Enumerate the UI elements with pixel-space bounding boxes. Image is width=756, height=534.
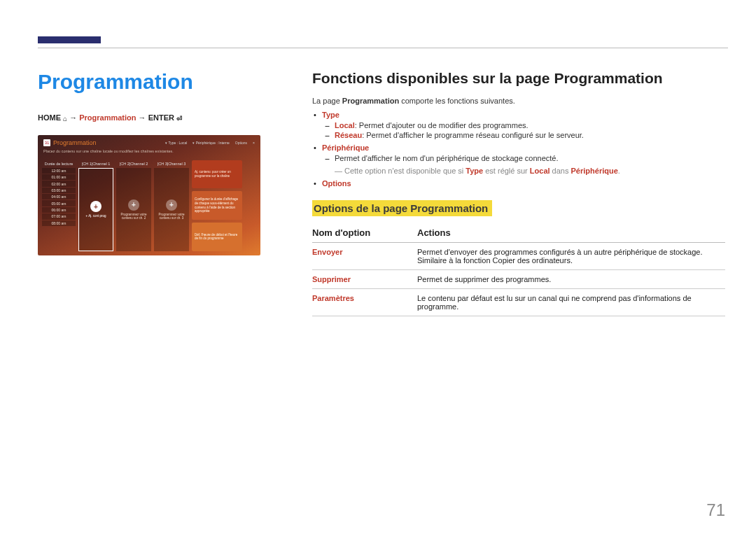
table-row: Supprimer Permet de supprimer des progra… — [312, 270, 725, 289]
ss-channel-body: + Programmez votre contenu sur ch. 3 — [154, 168, 189, 251]
opt-action: Permet de supprimer des programmes. — [417, 270, 725, 289]
right-column: Fonctions disponibles sur la page Progra… — [312, 70, 725, 316]
ss-channel-label: + Aj. cont prog — [86, 214, 106, 218]
ss-type: ▾ Type : Local — [165, 141, 187, 145]
breadcrumb-enter: ENTER — [148, 113, 174, 122]
reseau-key: Réseau — [335, 131, 362, 139]
note-post: . — [618, 167, 620, 175]
opt-name: Paramètres — [312, 289, 417, 316]
opt-action: Le contenu par défaut est lu sur un cana… — [417, 289, 725, 316]
note-k2: Local — [530, 167, 550, 175]
ss-options: Options — [235, 141, 247, 145]
ss-time-row: 04:00 am — [42, 194, 76, 199]
header-rule — [38, 48, 728, 48]
breadcrumb: HOME ⌂ → Programmation → ENTER ⏎ — [38, 113, 279, 122]
breadcrumb-arrow-2: → — [139, 113, 146, 122]
feature-periph-sub: Permet d'afficher le nom d'un périphériq… — [322, 154, 725, 162]
feature-periph-desc: Permet d'afficher le nom d'un périphériq… — [322, 154, 725, 162]
options-subheading: Options de la page Programmation — [312, 200, 492, 216]
ss-channel-head: [CH 3]Channel 3 — [158, 160, 186, 167]
feature-options: Options — [312, 179, 725, 188]
feature-type-local: Local: Permet d'ajouter ou de modifier d… — [322, 121, 725, 129]
feature-periph-label: Périphérique — [322, 143, 369, 152]
header-accent — [38, 36, 101, 43]
feature-type-sub: Local: Permet d'ajouter ou de modifier d… — [322, 121, 725, 139]
feature-type: Type Local: Permet d'ajouter ou de modif… — [312, 111, 725, 139]
ss-help-panel: Aj. contenu: pour créer un programme sur… — [192, 160, 242, 251]
breadcrumb-home: HOME — [38, 113, 61, 122]
page-number: 71 — [706, 500, 725, 520]
ss-header: 31 Programmation ▾ Type : Local ▾ Périph… — [43, 139, 255, 146]
ss-time-row: 02:00 am — [42, 181, 76, 186]
note-mid2: dans — [550, 167, 571, 175]
ss-channel-3: [CH 3]Channel 3 + Programmez votre conte… — [154, 160, 189, 251]
close-icon: × — [253, 141, 255, 145]
ss-help-1: Aj. contenu: pour créer un programme sur… — [192, 160, 242, 189]
enter-icon: ⏎ — [176, 115, 182, 122]
opt-action: Permet d'envoyer des programmes configur… — [417, 243, 725, 270]
intro-post: comporte les fonctions suivantes. — [399, 97, 515, 105]
feature-options-label: Options — [322, 179, 351, 188]
opt-name: Supprimer — [312, 270, 417, 289]
table-row: Paramètres Le contenu par défaut est lu … — [312, 289, 725, 316]
ss-time-column: Durée de lecture 12:00 am 01:00 am 02:00… — [42, 160, 76, 251]
ss-subtitle: Placez du contenu sur une chaîne locale … — [43, 149, 174, 153]
ss-body: Durée de lecture 12:00 am 01:00 am 02:00… — [42, 160, 256, 251]
ss-channel-label: Programmez votre contenu sur ch. 3 — [155, 213, 188, 220]
main-heading: Fonctions disponibles sur la page Progra… — [312, 70, 725, 87]
ss-help-2: Configurez la durée d'affichage de chaqu… — [192, 191, 242, 220]
opt-name: Envoyer — [312, 243, 417, 270]
plus-icon: + — [90, 201, 102, 212]
ss-time-row: 07:00 am — [42, 213, 76, 219]
intro-pre: La page — [312, 97, 342, 105]
feature-type-reseau: Réseau: Permet d'afficher le programme r… — [322, 131, 725, 139]
breadcrumb-item: Programmation — [79, 113, 136, 122]
ss-time-row: 06:00 am — [42, 207, 76, 213]
note-mid: est réglé sur — [483, 167, 530, 175]
ss-title: Programmation — [53, 139, 97, 146]
ss-time-row: 08:00 am — [42, 220, 76, 226]
ss-channel-head: [CH 2]Channel 2 — [120, 160, 148, 167]
plus-icon: + — [166, 199, 177, 211]
home-icon: ⌂ — [63, 115, 67, 122]
note-k3: Périphérique — [571, 167, 618, 175]
ss-device: ▾ Périphérique : Interne — [192, 141, 229, 145]
feature-list: Type Local: Permet d'ajouter ou de modif… — [312, 111, 725, 188]
th-actions: Actions — [417, 223, 725, 243]
intro-text: La page Programmation comporte les fonct… — [312, 97, 725, 105]
note-pre: Cette option n'est disponible que si — [344, 167, 465, 175]
ss-channel-label: Programmez votre contenu sur ch. 2 — [118, 213, 150, 220]
local-key: Local — [335, 121, 355, 129]
feature-periph: Périphérique Permet d'afficher le nom d'… — [312, 143, 725, 175]
note-k1: Type — [465, 167, 483, 175]
ui-screenshot: 31 Programmation ▾ Type : Local ▾ Périph… — [38, 135, 260, 255]
feature-type-label: Type — [322, 111, 340, 119]
ss-channel-2: [CH 2]Channel 2 + Programmez votre conte… — [116, 160, 151, 251]
breadcrumb-arrow-1: → — [69, 113, 77, 122]
section-title: Programmation — [38, 70, 279, 94]
intro-bold: Programmation — [342, 97, 399, 105]
ss-channel-1: [CH 1]Channel 1 + + Aj. cont prog — [78, 160, 113, 251]
ss-time-row: 01:00 am — [42, 174, 76, 180]
plus-icon: + — [128, 199, 139, 211]
options-table: Nom d'option Actions Envoyer Permet d'en… — [312, 223, 725, 316]
reseau-desc: : Permet d'afficher le programme réseau … — [362, 131, 584, 139]
feature-periph-note: Cette option n'est disponible que si Typ… — [322, 167, 725, 175]
left-column: Programmation HOME ⌂ → Programmation → E… — [38, 70, 279, 255]
table-row: Envoyer Permet d'envoyer des programmes … — [312, 243, 725, 270]
ss-time-header: Durée de lecture — [42, 160, 76, 167]
calendar-icon: 31 — [43, 139, 50, 146]
ss-time-row: 12:00 am — [42, 168, 76, 174]
ss-toolbar: ▾ Type : Local ▾ Périphérique : Interne … — [165, 141, 255, 145]
ss-channel-body: + + Aj. cont prog — [78, 168, 113, 251]
th-option-name: Nom d'option — [312, 223, 417, 243]
ss-help-3: Déf. l'heure de début et l'heure de fin … — [192, 223, 242, 251]
ss-channel-head: [CH 1]Channel 1 — [82, 160, 111, 167]
ss-channel-body: + Programmez votre contenu sur ch. 2 — [116, 168, 151, 251]
local-desc: : Permet d'ajouter ou de modifier des pr… — [355, 121, 528, 129]
ss-time-row: 03:00 am — [42, 188, 76, 193]
ss-time-row: 05:00 am — [42, 200, 76, 206]
